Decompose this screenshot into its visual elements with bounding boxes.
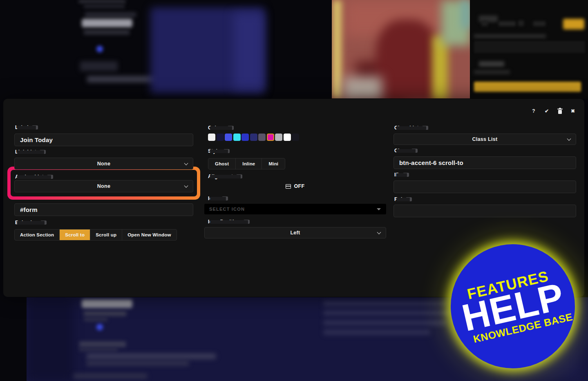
class-label: Class — [394, 148, 418, 154]
blur-blob — [499, 21, 516, 26]
color-swatch[interactable] — [225, 134, 232, 141]
info-icon[interactable] — [32, 125, 38, 129]
chevron-down-icon — [377, 230, 381, 234]
id-label: ID — [394, 172, 409, 178]
blur-blob — [79, 341, 126, 347]
link-list-select[interactable]: None — [14, 158, 193, 169]
blur-blob — [82, 299, 132, 308]
colour-label: Colour — [208, 125, 234, 131]
close-icon[interactable]: ✖ — [570, 108, 576, 114]
info-icon[interactable] — [224, 149, 230, 153]
info-icon[interactable] — [406, 197, 412, 201]
color-swatch[interactable] — [275, 134, 282, 141]
background-sidebar — [470, 0, 588, 99]
icon-label: Icon — [208, 196, 228, 201]
colour-swatch-row — [208, 134, 299, 141]
trash-icon[interactable] — [557, 108, 563, 114]
color-swatch[interactable] — [258, 134, 266, 141]
screen: ? ✔ ✖ Label Join Today Link List None An… — [0, 0, 588, 381]
color-swatch[interactable] — [250, 134, 257, 141]
behavior-option[interactable]: Action Section — [15, 229, 60, 240]
alignment-toggle[interactable]: OFF — [204, 181, 386, 191]
info-icon[interactable] — [244, 220, 250, 224]
color-swatch[interactable] — [217, 134, 224, 141]
anchor-list-label: Anchor List — [15, 174, 53, 180]
style-group: GhostInlineMini — [208, 158, 285, 169]
behavior-option[interactable]: Scroll to — [60, 229, 90, 240]
blur-blob — [376, 20, 438, 98]
info-icon[interactable] — [422, 126, 428, 130]
style-option[interactable]: Mini — [262, 158, 285, 169]
label-input[interactable]: Join Today — [14, 134, 193, 146]
color-swatch[interactable] — [284, 134, 291, 141]
info-icon[interactable] — [236, 174, 242, 178]
help-badge[interactable]: FEATURES HELP KNOWLEDGE BASE — [451, 244, 575, 368]
blur-blob — [87, 361, 189, 365]
icon-select[interactable]: SELECT ICON — [204, 204, 386, 214]
chevron-down-icon — [184, 161, 188, 165]
help-badge-text: FEATURES HELP KNOWLEDGE BASE — [456, 267, 569, 346]
behavior-option[interactable]: Open New Window — [122, 229, 176, 240]
blur-blob — [324, 301, 446, 306]
behavior-option[interactable]: Scroll up — [90, 229, 122, 240]
blur-blob — [78, 0, 126, 3]
color-swatch[interactable] — [208, 134, 215, 141]
blur-blob — [74, 374, 147, 379]
blur-blob — [87, 354, 216, 359]
id-input[interactable] — [393, 180, 576, 193]
blur-button — [563, 19, 584, 29]
rel-input[interactable] — [393, 205, 576, 217]
color-swatch[interactable] — [241, 134, 249, 141]
chevron-down-icon — [184, 184, 188, 188]
blur-blob — [84, 311, 126, 316]
info-icon[interactable] — [411, 149, 418, 153]
info-icon[interactable] — [222, 196, 228, 201]
class-input[interactable]: btn-accent-6 scroll-to — [393, 156, 576, 169]
blur-blob — [96, 46, 103, 52]
icon-position-select[interactable]: Left — [204, 227, 386, 238]
behavior-group: Action SectionScroll toScroll upOpen New… — [14, 229, 177, 241]
info-icon[interactable] — [47, 175, 53, 179]
blur-blob — [479, 61, 504, 67]
blur-blob — [461, 0, 470, 29]
trash-glyph — [558, 110, 562, 114]
help-icon[interactable]: ? — [530, 108, 537, 114]
blur-blob — [80, 61, 118, 71]
info-icon[interactable] — [40, 221, 47, 225]
blur-blob — [84, 318, 107, 321]
chevron-down-icon — [567, 137, 571, 141]
class-list-select[interactable]: Class List — [393, 134, 576, 145]
blur-blob — [324, 310, 450, 316]
alignment-toggle-icon — [286, 184, 291, 189]
style-option[interactable]: Inline — [236, 158, 262, 169]
blur-blob — [474, 41, 585, 53]
blur-blob — [234, 13, 263, 90]
color-swatch[interactable] — [233, 134, 241, 141]
info-icon[interactable] — [403, 173, 409, 177]
apply-check-icon[interactable]: ✔ — [543, 108, 550, 114]
color-swatch[interactable] — [292, 134, 299, 141]
blur-button — [474, 82, 581, 92]
info-icon[interactable] — [228, 126, 234, 130]
blur-blob — [79, 348, 118, 351]
anchor-list-select[interactable]: None — [14, 180, 193, 192]
style-option[interactable]: Ghost — [208, 158, 236, 169]
behavior-label: Behavior — [15, 220, 47, 225]
anchor-input[interactable]: #form — [14, 203, 193, 216]
color-swatch[interactable] — [267, 134, 274, 141]
blur-blob — [324, 330, 430, 335]
link-list-label: Link List — [15, 149, 46, 155]
blur-blob — [533, 21, 546, 26]
blur-blob — [481, 20, 488, 26]
blur-blob — [96, 324, 103, 330]
blur-blob — [518, 20, 524, 26]
style-label: Style — [208, 148, 230, 154]
info-icon[interactable] — [40, 150, 46, 154]
icon-position-label: Icon Position — [208, 219, 250, 225]
blur-blob — [474, 70, 510, 74]
class-list-label: Class List — [394, 125, 428, 131]
label-field-label: Label — [15, 125, 38, 130]
blur-blob — [84, 4, 125, 8]
blur-blob — [343, 77, 382, 98]
alignment-label: Alignment — [208, 174, 242, 179]
